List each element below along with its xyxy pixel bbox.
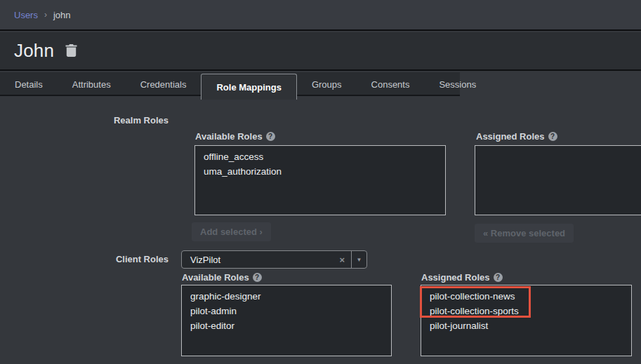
tab-strip: Details Attributes Credentials Role Mapp… <box>0 72 460 96</box>
add-selected-button[interactable]: Add selected › <box>192 222 271 241</box>
client-roles-label: Client Roles <box>0 254 168 264</box>
breadcrumb: Users › john <box>0 0 641 31</box>
client-assigned-roles-label: Assigned Roles ? <box>421 272 503 283</box>
help-icon[interactable]: ? <box>548 132 557 141</box>
client-select-dropdown[interactable]: VizPilot × ▼ <box>181 250 367 269</box>
help-icon[interactable]: ? <box>494 273 503 282</box>
tab-role-mappings[interactable]: Role Mappings <box>201 74 296 100</box>
page-title: John <box>14 40 54 62</box>
client-available-roles-text: Available Roles <box>182 272 249 283</box>
realm-assigned-roles-listbox[interactable] <box>475 145 641 215</box>
client-assigned-roles-listbox[interactable]: pilot-collection-news pilot-collection-s… <box>421 285 632 356</box>
realm-available-roles-text: Available Roles <box>195 131 263 142</box>
tab-sessions[interactable]: Sessions <box>424 72 491 96</box>
list-item[interactable]: uma_authorization <box>195 164 445 179</box>
keycloak-user-role-mappings-page: Users › john John Details Attributes Cre… <box>0 0 641 364</box>
list-item[interactable]: pilot-collection-news <box>421 289 631 304</box>
clear-selection-icon[interactable]: × <box>333 255 351 265</box>
delete-user-trash-icon[interactable] <box>65 44 77 58</box>
tab-consents[interactable]: Consents <box>357 72 425 96</box>
list-item[interactable]: pilot-collection-sports <box>421 304 631 318</box>
realm-assigned-roles-text: Assigned Roles <box>476 131 545 142</box>
client-assigned-roles-text: Assigned Roles <box>421 272 490 283</box>
tab-details[interactable]: Details <box>0 72 58 96</box>
breadcrumb-current: john <box>53 10 71 20</box>
client-available-roles-label: Available Roles ? <box>182 272 262 283</box>
realm-roles-label: Realm Roles <box>0 115 168 126</box>
list-item[interactable]: pilot-admin <box>182 304 391 318</box>
help-icon[interactable]: ? <box>253 273 262 282</box>
breadcrumb-separator: › <box>44 10 47 20</box>
tab-band: Details Attributes Credentials Role Mapp… <box>0 72 641 97</box>
list-item[interactable]: graphic-designer <box>182 289 391 304</box>
client-available-roles-listbox[interactable]: graphic-designer pilot-admin pilot-edito… <box>181 285 392 356</box>
dropdown-caret-box[interactable]: ▼ <box>352 251 366 268</box>
remove-selected-button[interactable]: « Remove selected <box>475 224 574 243</box>
realm-assigned-roles-label: Assigned Roles ? <box>476 131 557 142</box>
tab-attributes[interactable]: Attributes <box>58 72 126 96</box>
breadcrumb-users-link[interactable]: Users <box>14 10 38 20</box>
help-icon[interactable]: ? <box>266 132 275 141</box>
page-header: John <box>0 32 641 71</box>
tab-credentials[interactable]: Credentials <box>126 72 201 96</box>
realm-available-roles-label: Available Roles ? <box>195 131 275 142</box>
role-mappings-panel: Realm Roles Available Roles ? offline_ac… <box>0 97 641 364</box>
chevron-down-icon: ▼ <box>357 257 362 263</box>
list-item[interactable]: pilot-journalist <box>421 318 631 333</box>
tab-groups[interactable]: Groups <box>297 72 357 96</box>
realm-available-roles-listbox[interactable]: offline_access uma_authorization <box>194 145 446 215</box>
client-select-value: VizPilot <box>182 255 333 265</box>
list-item[interactable]: offline_access <box>195 149 445 164</box>
list-item[interactable]: pilot-editor <box>182 318 391 333</box>
